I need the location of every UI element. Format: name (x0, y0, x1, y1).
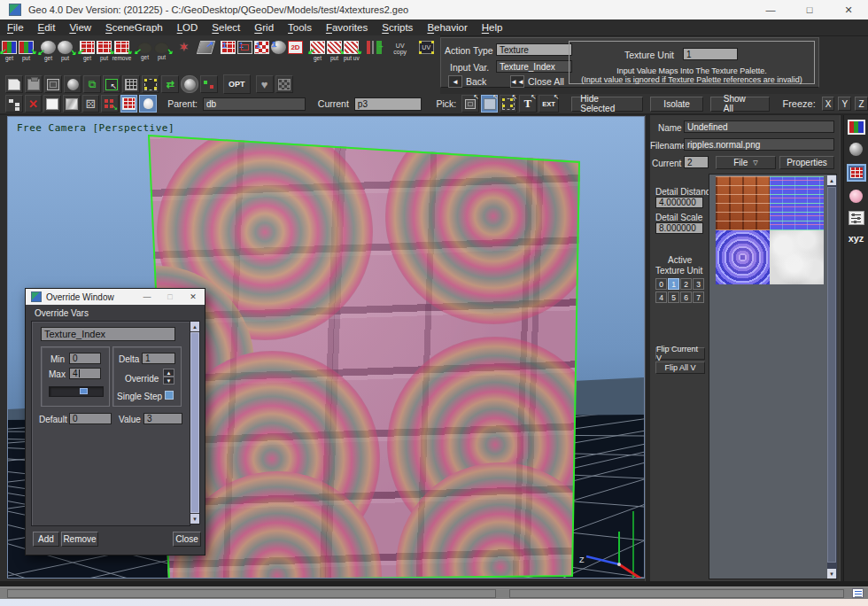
minimize-button[interactable]: — (751, 0, 790, 19)
freeze-y-button[interactable]: Y (838, 97, 851, 111)
show-all-button[interactable]: Show All (710, 97, 771, 112)
grid-toggle-button[interactable] (122, 75, 140, 93)
value-field[interactable]: 3 (143, 413, 182, 424)
attributes-icon[interactable] (849, 211, 864, 225)
pick-text-button[interactable]: T (519, 95, 537, 113)
dialog-minimize-button[interactable]: — (136, 289, 159, 305)
uv-copy-button[interactable]: UV copy (389, 41, 412, 55)
menu-lod[interactable]: LOD (170, 22, 205, 33)
new-file-button[interactable] (5, 75, 23, 93)
isolate-button[interactable]: Isolate (650, 97, 702, 112)
flip-current-v-button[interactable]: Flip Current V (655, 347, 705, 360)
put-texture-button[interactable]: put (97, 41, 112, 61)
dice-button[interactable] (82, 95, 100, 113)
menu-tools[interactable]: Tools (281, 22, 319, 33)
put-uv-button[interactable]: put (327, 41, 342, 61)
value-slider[interactable] (49, 386, 104, 397)
planar-map-button[interactable] (198, 41, 213, 55)
opt-button[interactable]: OPT (223, 74, 251, 94)
dialog-close-button[interactable]: ✕ (182, 289, 205, 305)
menu-scripts[interactable]: Scripts (375, 22, 420, 33)
parent-field[interactable]: db (203, 97, 306, 111)
file-dropdown-button[interactable]: File ▽ (716, 156, 776, 169)
marble-material-button[interactable] (63, 95, 81, 113)
unit-5-button[interactable]: 5 (668, 291, 679, 303)
spin-down-icon[interactable]: ▼ (163, 377, 174, 385)
current-texture-field[interactable]: 2 (684, 156, 709, 168)
filename-field[interactable]: ripples.normal.png (684, 138, 834, 151)
paste-button[interactable] (25, 75, 43, 93)
texture-mode-selected[interactable] (847, 164, 866, 182)
texcoord-sphere-button[interactable] (271, 41, 286, 55)
get-texture-button[interactable]: get (80, 41, 95, 61)
put-material-button[interactable]: put (58, 41, 73, 61)
menu-behavior[interactable]: Behavior (420, 22, 474, 33)
unit-0-button[interactable]: 0 (655, 278, 667, 290)
dialog-titlebar[interactable]: Override Window — □ ✕ (26, 289, 205, 305)
scroll-up-icon[interactable]: ▲ (827, 175, 836, 185)
freeze-x-button[interactable]: X (822, 97, 835, 111)
menu-edit[interactable]: Edit (31, 22, 63, 33)
unit-6-button[interactable]: 6 (680, 291, 692, 303)
scroll-down-icon[interactable]: ▼ (827, 569, 836, 579)
palette-scrollbar[interactable]: ▲ ▼ (827, 175, 837, 579)
back-button[interactable]: ◄ Back (448, 75, 486, 88)
blank-material-button[interactable] (43, 95, 61, 113)
node-state-button[interactable] (200, 75, 218, 93)
hierarchy-button[interactable] (5, 95, 23, 113)
override-window-dialog[interactable]: Override Window — □ ✕ Override Vars Text… (25, 288, 205, 556)
dialog-scroll-thumb[interactable] (190, 332, 199, 513)
uv-edit-button[interactable] (419, 41, 434, 55)
pick-vertex-button[interactable] (500, 95, 517, 113)
thumbnail-ripples-normal-map[interactable] (716, 230, 770, 284)
put-shader-button[interactable]: put (154, 41, 169, 60)
close-button[interactable]: ✕ (829, 0, 868, 19)
close-dialog-button[interactable]: Close (173, 532, 201, 547)
thumbnail-brick-diffuse[interactable] (716, 176, 770, 230)
unit-1-button[interactable]: 1 (668, 278, 679, 290)
brick-wall-object[interactable] (148, 135, 580, 579)
remove-texture-button[interactable]: remove (113, 41, 130, 61)
max-field[interactable]: 4 (69, 368, 101, 379)
delta-field[interactable]: 1 (142, 353, 175, 364)
texture-unit-field[interactable]: 1 (683, 48, 738, 60)
get-color-button[interactable]: get (2, 41, 17, 61)
single-step-checkbox[interactable] (165, 391, 174, 400)
texcoord-checker-button[interactable] (254, 41, 269, 55)
menu-grid[interactable]: Grid (247, 22, 281, 33)
poly-select-button[interactable] (142, 75, 159, 93)
get-uv-button[interactable]: get (310, 41, 325, 61)
properties-button[interactable]: Properties (779, 156, 834, 169)
scenegraph-button[interactable] (83, 75, 101, 93)
uv-transfer-button[interactable] (367, 41, 382, 55)
unit-7-button[interactable]: 7 (693, 291, 704, 303)
texcoord-2d-button[interactable] (288, 41, 303, 55)
put-color-button[interactable]: put (19, 41, 34, 61)
pick-object-button[interactable] (461, 95, 479, 113)
cube-primitive-button[interactable] (44, 75, 62, 93)
spin-up-icon[interactable]: ▲ (163, 369, 174, 377)
freeze-z-button[interactable]: Z (855, 97, 868, 111)
thumbnail-brick-normal-map[interactable] (770, 176, 824, 230)
maximize-button[interactable]: □ (790, 0, 829, 19)
menu-scenegraph[interactable]: SceneGraph (98, 22, 170, 33)
pick-face-button[interactable] (481, 95, 499, 113)
status-tray-icon[interactable] (852, 588, 864, 598)
menu-file[interactable]: File (0, 22, 31, 33)
unit-2-button[interactable]: 2 (680, 278, 692, 290)
light-flare-button[interactable] (176, 41, 191, 55)
light-sphere-icon[interactable] (849, 190, 863, 203)
color-bars-icon[interactable] (848, 120, 865, 135)
current-field[interactable]: p3 (354, 97, 422, 111)
menu-help[interactable]: Help (475, 22, 510, 33)
scroll-up-icon[interactable]: ▲ (190, 322, 199, 331)
hide-selected-button[interactable]: Hide Selected (571, 97, 643, 112)
checker-button[interactable] (275, 75, 293, 93)
input-var-field[interactable]: Texture_Index (496, 60, 572, 73)
put-uv-all-button[interactable]: put uv (344, 41, 360, 61)
remove-button[interactable]: Remove (61, 532, 98, 547)
texcoord-unit-button[interactable] (221, 41, 236, 55)
pick-ext-button[interactable]: EXT (539, 95, 560, 113)
detail-distance-field[interactable]: 4.000000 (655, 197, 703, 208)
menu-view[interactable]: View (62, 22, 98, 33)
